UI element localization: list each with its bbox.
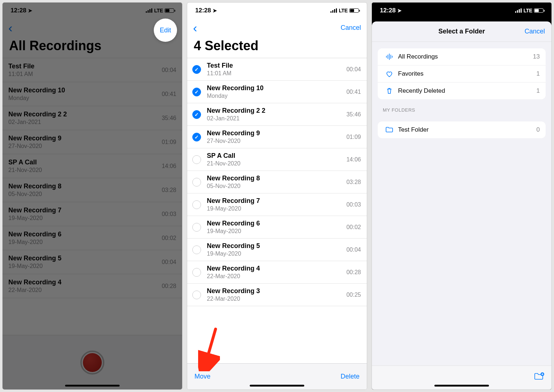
folder-icon <box>384 126 395 134</box>
nav-bar: ‹ Cancel <box>187 19 367 37</box>
folder-count: 0 <box>537 126 540 133</box>
smart-folders-group: All Recordings13Favorites1Recently Delet… <box>378 48 546 99</box>
recording-subtitle: 11:01 AM <box>8 71 157 77</box>
recording-duration: 00:04 <box>346 66 361 73</box>
selection-checkbox[interactable] <box>192 291 201 299</box>
recording-row[interactable]: New Recording 10Monday00:41 <box>187 81 367 103</box>
recording-row[interactable]: New Recording 719-May-202000:03 <box>3 202 182 226</box>
recording-duration: 14:06 <box>346 156 361 163</box>
recording-subtitle: 19-May-2020 <box>207 228 342 235</box>
recording-title: New Recording 3 <box>207 287 342 295</box>
recording-duration: 00:04 <box>346 247 361 253</box>
recording-subtitle: 19-May-2020 <box>8 263 157 269</box>
page-title: All Recordings <box>3 37 182 58</box>
move-button[interactable]: Move <box>194 373 210 380</box>
recording-row[interactable]: New Recording 2 202-Jan-202135:46 <box>3 106 182 130</box>
recording-duration: 00:04 <box>162 259 176 265</box>
recording-row[interactable]: New Recording 927-Nov-202001:09 <box>3 130 182 154</box>
recording-duration: 00:41 <box>162 91 176 97</box>
recording-row[interactable]: New Recording 719-May-202000:03 <box>187 193 367 216</box>
edit-toolbar: Move Delete <box>187 363 367 389</box>
recording-title: New Recording 4 <box>207 265 342 272</box>
selection-checkbox[interactable] <box>192 268 201 277</box>
recording-subtitle: 19-May-2020 <box>8 239 157 245</box>
recording-subtitle: 02-Jan-2021 <box>8 119 157 125</box>
folder-row[interactable]: Favorites1 <box>378 65 546 82</box>
recording-duration: 00:02 <box>162 235 176 241</box>
screen-selection: 12:28 ➤ LTE ‹ Cancel 4 Selected Test Fil… <box>187 2 367 390</box>
record-button[interactable] <box>80 351 104 375</box>
folder-count: 1 <box>537 87 540 95</box>
selection-checkbox[interactable] <box>192 88 201 96</box>
recording-subtitle: 22-Mar-2020 <box>207 296 342 302</box>
recording-duration: 01:09 <box>162 139 176 145</box>
folder-name: Recently Deleted <box>398 87 537 95</box>
folder-row[interactable]: Recently Deleted1 <box>378 82 546 99</box>
recording-subtitle: 22-Mar-2020 <box>207 273 342 280</box>
recording-row[interactable]: New Recording 2 202-Jan-202135:46 <box>187 103 367 126</box>
recording-subtitle: Monday <box>207 93 342 99</box>
selection-checkbox[interactable] <box>192 65 201 74</box>
network-label: LTE <box>154 8 163 13</box>
selection-checkbox[interactable] <box>192 245 201 254</box>
delete-button[interactable]: Delete <box>341 373 360 380</box>
screen-select-folder: 12:28 ➤ LTE Select a Folder Cancel All R… <box>372 2 552 390</box>
signal-icon <box>330 8 337 13</box>
recording-row[interactable]: New Recording 422-Mar-202000:28 <box>3 274 182 298</box>
recording-row[interactable]: New Recording 927-Nov-202001:09 <box>187 126 367 148</box>
recording-title: New Recording 4 <box>8 279 157 286</box>
recording-subtitle: 05-Nov-2020 <box>8 191 157 197</box>
recording-row[interactable]: Test File11:01 AM00:04 <box>187 58 367 81</box>
screen-all-recordings: 12:28 ➤ LTE ‹ All Recordings Test File11… <box>2 2 182 390</box>
recording-row[interactable]: Test File11:01 AM00:04 <box>3 58 182 82</box>
recording-row[interactable]: New Recording 619-May-202000:02 <box>187 216 367 239</box>
recording-title: Test File <box>8 63 157 70</box>
recording-row[interactable]: SP A Call21-Nov-202014:06 <box>3 154 182 178</box>
selection-list[interactable]: Test File11:01 AM00:04New Recording 10Mo… <box>187 58 367 363</box>
cancel-button[interactable]: Cancel <box>341 24 361 32</box>
cancel-button[interactable]: Cancel <box>525 28 545 35</box>
folder-count: 1 <box>537 70 540 77</box>
signal-icon <box>515 8 522 13</box>
selection-checkbox[interactable] <box>192 178 201 187</box>
recording-row[interactable]: New Recording 519-May-202000:04 <box>3 250 182 274</box>
folder-name: Test Folder <box>398 126 537 133</box>
recording-subtitle: 19-May-2020 <box>207 205 342 212</box>
recording-title: SP A Call <box>207 152 342 160</box>
recording-subtitle: Monday <box>8 95 157 101</box>
new-folder-icon[interactable] <box>534 372 544 383</box>
recording-subtitle: 21-Nov-2020 <box>207 160 342 167</box>
recording-title: New Recording 2 2 <box>207 107 342 115</box>
recordings-list[interactable]: Test File11:01 AM00:04New Recording 10Mo… <box>3 58 182 335</box>
recording-row[interactable]: New Recording 10Monday00:41 <box>3 82 182 106</box>
selection-checkbox[interactable] <box>192 133 201 141</box>
recording-title: New Recording 7 <box>207 197 342 205</box>
signal-icon <box>146 8 152 13</box>
selection-checkbox[interactable] <box>192 155 201 164</box>
user-folders-group: Test Folder0 <box>378 121 546 138</box>
edit-button-spotlight[interactable]: Edit <box>154 19 177 42</box>
location-icon: ➤ <box>28 8 32 13</box>
status-bar: 12:28 ➤ LTE <box>3 3 182 19</box>
recording-subtitle: 27-Nov-2020 <box>207 138 342 144</box>
recording-row[interactable]: New Recording 322-Mar-202000:25 <box>187 284 367 306</box>
recording-duration: 35:46 <box>162 115 176 121</box>
recording-row[interactable]: New Recording 619-May-202000:02 <box>3 226 182 250</box>
waveform-icon <box>384 53 395 61</box>
edit-button-label: Edit <box>160 27 171 34</box>
recording-row[interactable]: New Recording 519-May-202000:04 <box>187 239 367 261</box>
status-bar: 12:28 ➤ LTE <box>372 3 551 19</box>
recording-row[interactable]: SP A Call21-Nov-202014:06 <box>187 148 367 171</box>
selection-checkbox[interactable] <box>192 110 201 119</box>
selection-checkbox[interactable] <box>192 200 201 209</box>
folder-row[interactable]: Test Folder0 <box>378 121 546 138</box>
status-time: 12:28 <box>11 7 26 14</box>
recording-row[interactable]: New Recording 805-Nov-202003:28 <box>3 178 182 202</box>
folder-row[interactable]: All Recordings13 <box>378 48 546 65</box>
selection-checkbox[interactable] <box>192 223 201 232</box>
recording-row[interactable]: New Recording 805-Nov-202003:28 <box>187 171 367 193</box>
recording-subtitle: 19-May-2020 <box>207 251 342 257</box>
recording-row[interactable]: New Recording 422-Mar-202000:28 <box>187 261 367 284</box>
sheet-toolbar <box>372 365 551 389</box>
recording-duration: 00:28 <box>162 283 176 289</box>
